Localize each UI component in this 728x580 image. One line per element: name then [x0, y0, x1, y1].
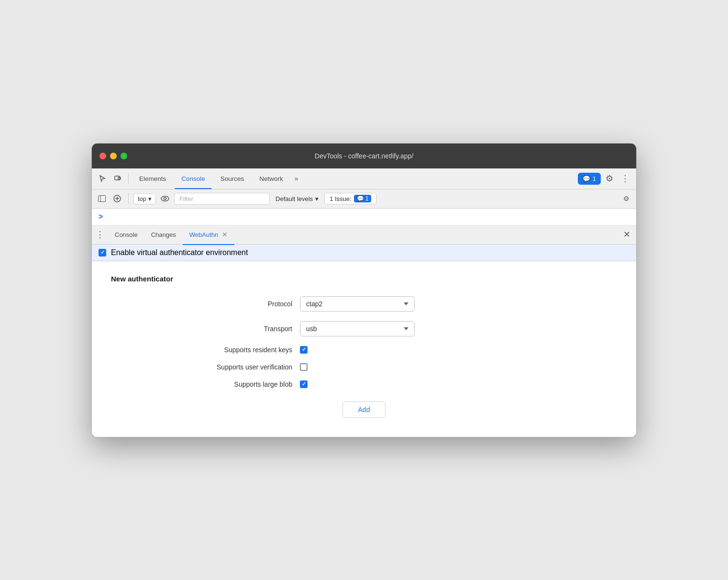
resident-keys-checkbox[interactable] [300, 346, 308, 354]
transport-label: Transport [197, 325, 292, 333]
drawer-close-icon[interactable]: ✕ [621, 227, 632, 242]
resident-keys-row: Supports resident keys [197, 346, 531, 354]
sidebar-toggle-icon[interactable] [96, 192, 108, 205]
main-tabbar: Elements Console Sources Network » 💬 1 ⚙… [92, 168, 636, 190]
cursor-icon[interactable] [96, 172, 109, 185]
clear-console-icon[interactable] [111, 192, 123, 205]
enable-authenticator-label: Enable virtual authenticator environment [111, 248, 248, 257]
svg-rect-2 [99, 196, 106, 202]
webauthn-main-content: New authenticator Protocol ctap2 u2f Tra… [92, 261, 636, 437]
devtools-window: DevTools - coffee-cart.netlify.app/ Elem… [91, 143, 637, 437]
toolbar-divider [128, 193, 129, 204]
console-toolbar: top ▾ Default levels ▾ 1 Issue: 💬 1 ⚙ [92, 190, 636, 209]
issues-button[interactable]: 💬 1 [578, 173, 601, 185]
drawer-tab-webauthn[interactable]: WebAuthn ✕ [183, 228, 234, 241]
add-authenticator-button[interactable]: Add [342, 402, 386, 418]
settings-icon[interactable]: ⚙ [603, 171, 616, 186]
svg-point-8 [164, 198, 166, 200]
issue-text: 1 Issue: [330, 195, 352, 202]
drawer-tab-changes[interactable]: Changes [144, 228, 183, 241]
maximize-button[interactable] [121, 153, 127, 159]
console-settings-icon[interactable]: ⚙ [620, 192, 632, 205]
tab-console[interactable]: Console [175, 172, 212, 185]
log-levels-button[interactable]: Default levels ▾ [273, 194, 321, 204]
titlebar: DevTools - coffee-cart.netlify.app/ [92, 144, 636, 168]
filter-input[interactable] [174, 193, 270, 205]
minimize-button[interactable] [110, 153, 117, 159]
drawer-tab-webauthn-label: WebAuthn [189, 231, 218, 238]
drawer-tab-console[interactable]: Console [108, 228, 144, 241]
more-options-icon[interactable]: ⋮ [618, 171, 632, 186]
protocol-row: Protocol ctap2 u2f [197, 296, 531, 312]
context-value: top [138, 195, 146, 202]
tab-network[interactable]: Network [253, 172, 290, 185]
drawer-more-icon[interactable]: ⋮ [96, 229, 104, 240]
webauthn-tab-close-icon[interactable]: ✕ [222, 231, 228, 238]
tab-sources[interactable]: Sources [214, 172, 251, 185]
transport-row: Transport usb nfc ble internal [197, 321, 531, 336]
issues-icon: 💬 [583, 175, 590, 182]
protocol-label: Protocol [197, 300, 292, 308]
issues-count: 1 [593, 175, 596, 182]
issue-badge-icon: 💬 [357, 195, 364, 202]
context-selector[interactable]: top ▾ [133, 193, 156, 204]
issue-badge-count: 1 [365, 195, 369, 202]
log-levels-label: Default levels [276, 195, 313, 202]
large-blob-checkbox[interactable] [300, 380, 308, 388]
large-blob-row: Supports large blob [197, 380, 531, 388]
user-verification-checkbox[interactable] [300, 363, 308, 371]
close-button[interactable] [99, 153, 106, 159]
window-title: DevTools - coffee-cart.netlify.app/ [315, 152, 413, 160]
tab-elements[interactable]: Elements [132, 172, 173, 185]
add-button-row: Add [197, 402, 531, 418]
eye-icon[interactable] [159, 192, 171, 205]
new-authenticator-title: New authenticator [111, 275, 617, 283]
enable-authenticator-checkbox[interactable] [99, 249, 106, 257]
more-tabs-button[interactable]: » [292, 173, 301, 184]
enable-authenticator-bar: Enable virtual authenticator environment [92, 245, 636, 261]
issue-count-badge: 💬 1 [354, 195, 372, 202]
dropdown-arrow-icon: ▾ [148, 195, 152, 202]
user-verification-row: Supports user verification [197, 363, 531, 371]
levels-arrow-icon: ▾ [315, 195, 319, 202]
authenticator-form: Protocol ctap2 u2f Transport usb nfc ble… [197, 296, 531, 418]
transport-select[interactable]: usb nfc ble internal [300, 321, 415, 336]
svg-point-7 [161, 196, 169, 201]
resident-keys-label: Supports resident keys [197, 346, 292, 354]
device-icon[interactable] [111, 172, 124, 185]
traffic-lights [99, 153, 127, 159]
large-blob-label: Supports large blob [197, 380, 292, 388]
issues-badge[interactable]: 1 Issue: 💬 1 [324, 193, 376, 204]
user-verification-label: Supports user verification [197, 363, 292, 371]
console-prompt-bar: > [92, 209, 636, 225]
divider [128, 173, 129, 184]
drawer-tabbar: ⋮ Console Changes WebAuthn ✕ ✕ [92, 225, 636, 245]
prompt-arrow-icon: > [99, 212, 103, 221]
protocol-select[interactable]: ctap2 u2f [300, 296, 415, 312]
